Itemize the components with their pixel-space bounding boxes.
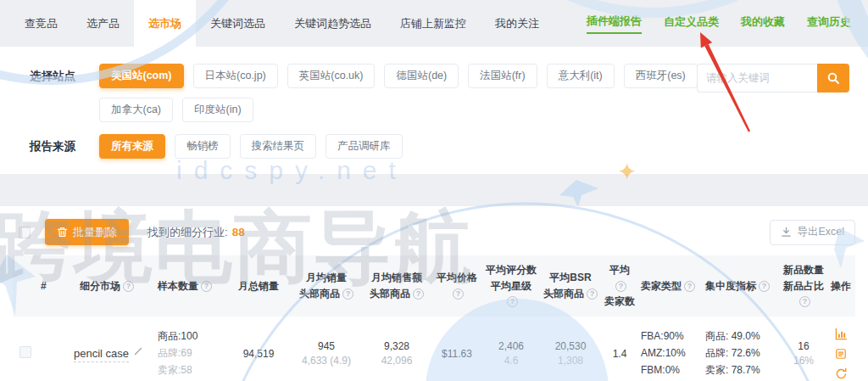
help-icon[interactable]: ? <box>507 296 518 307</box>
col-avg-bsr: 平均BSR头部商品? <box>540 255 601 317</box>
link-query-history[interactable]: 查询历史 <box>807 14 851 33</box>
row-checkbox[interactable] <box>19 346 31 358</box>
help-icon[interactable]: ? <box>342 289 353 300</box>
site-us[interactable]: 美国站(com) <box>99 64 184 88</box>
tab-keyword-select[interactable]: 关键词选品 <box>196 0 280 47</box>
site-es[interactable]: 西班牙(es) <box>624 64 698 88</box>
report-icon[interactable] <box>835 348 847 360</box>
table-toolbar: 批量删除 找到的细分行业:88 导出Excel <box>13 219 855 245</box>
site-de[interactable]: 德国站(de) <box>384 64 459 88</box>
actions-cell <box>826 317 855 381</box>
top-sales-cell: 945 4,633 (4.9) <box>291 317 362 381</box>
batch-delete-button[interactable]: 批量删除 <box>45 219 129 245</box>
refresh-icon[interactable] <box>835 367 848 380</box>
filter-panel: 选择站点 美国站(com) 日本站(co.jp) 英国站(co.uk) 德国站(… <box>0 47 868 174</box>
source-filter-row: 报告来源 所有来源 畅销榜 搜索结果页 产品调研库 <box>30 134 698 159</box>
col-avg-price: 平均价格? <box>431 255 482 317</box>
avg-bsr-cell: 20,530 1,308 <box>540 317 601 381</box>
tab-store-monitor[interactable]: 店铺上新监控 <box>386 0 481 47</box>
help-icon[interactable]: ? <box>123 281 134 292</box>
table-header-row: # 细分市场? 样本数量? 月总销量 月均销量头部商品? 月均销售额头部商品? … <box>13 255 855 317</box>
source-search-result[interactable]: 搜索结果页 <box>240 134 317 159</box>
top-revenue-cell: 9,328 42,096 <box>362 317 431 381</box>
market-link[interactable]: pencil case <box>74 347 129 362</box>
help-icon[interactable]: ? <box>453 289 464 300</box>
help-icon[interactable]: ? <box>615 281 626 292</box>
tab-my-follow[interactable]: 我的关注 <box>481 0 554 47</box>
col-seller-type: 卖家类型? <box>638 255 703 317</box>
new-products-cell: 16 16% <box>781 317 826 381</box>
col-actions: 操作 <box>826 255 855 317</box>
col-index: # <box>38 255 58 317</box>
batch-delete-label: 批量删除 <box>73 225 117 240</box>
search-input[interactable] <box>697 64 817 92</box>
search-button[interactable] <box>817 64 849 92</box>
tab-select-product[interactable]: 选产品 <box>72 0 134 47</box>
top-nav: 查竞品 选产品 选市场 关键词选品 关键词趋势选品 店铺上新监控 我的关注 插件… <box>0 0 868 47</box>
found-count-text: 找到的细分行业:88 <box>147 225 245 240</box>
site-label: 选择站点 <box>30 64 84 88</box>
source-research-lib[interactable]: 产品调研库 <box>326 134 403 159</box>
results-panel: 批量删除 找到的细分行业:88 导出Excel # 细分市场? <box>0 206 868 381</box>
export-excel-button[interactable]: 导出Excel <box>770 220 855 245</box>
tab-check-competitor[interactable]: 查竞品 <box>10 0 72 47</box>
source-label: 报告来源 <box>30 134 84 159</box>
avg-reviews-cell: 2,406 4.6 <box>482 317 540 381</box>
col-new-products: 新品数量新品占比? <box>781 255 826 317</box>
site-in[interactable]: 印度站(in) <box>182 98 253 122</box>
col-samples: 样本数量? <box>155 255 226 317</box>
download-icon <box>781 227 792 238</box>
market-table: # 细分市场? 样本数量? 月总销量 月均销量头部商品? 月均销售额头部商品? … <box>13 255 855 381</box>
samples-cell: 商品:100 品牌:69 卖家:58 <box>155 317 226 381</box>
trash-icon <box>57 227 68 238</box>
col-total-sales: 月总销量 <box>226 255 291 317</box>
site-buttons: 美国站(com) 日本站(co.jp) 英国站(co.uk) 德国站(de) 法… <box>99 64 698 122</box>
help-icon[interactable]: ? <box>201 281 212 292</box>
site-jp[interactable]: 日本站(co.jp) <box>193 64 278 88</box>
chart-icon[interactable] <box>835 328 848 340</box>
seller-type-cell: FBA:90% AMZ:10% FBM:0% <box>638 317 703 381</box>
help-icon[interactable]: ? <box>799 296 810 307</box>
site-filter-row: 选择站点 美国站(com) 日本站(co.jp) 英国站(co.uk) 德国站(… <box>30 64 698 122</box>
col-top-revenue: 月均销售额头部商品? <box>362 255 431 317</box>
nav-right-links: 插件端报告 自定义品类 我的收藏 查询历史 <box>587 0 868 47</box>
avg-price-cell: $11.63 <box>431 317 482 381</box>
site-uk[interactable]: 英国站(co.uk) <box>287 64 376 88</box>
site-it[interactable]: 意大利(it) <box>547 64 615 88</box>
col-market: 细分市场? <box>58 255 155 317</box>
tab-keyword-trend[interactable]: 关键词趋势选品 <box>280 0 386 47</box>
export-excel-label: 导出Excel <box>797 225 844 239</box>
keyword-search <box>697 64 849 92</box>
col-avg-reviews: 平均评分数平均星级? <box>482 255 540 317</box>
col-checkbox <box>13 255 38 317</box>
col-top-sales: 月均销量头部商品? <box>291 255 362 317</box>
search-icon <box>826 71 840 85</box>
col-avg-sellers: 平均?卖家数 <box>601 255 638 317</box>
help-icon[interactable]: ? <box>684 281 695 292</box>
source-all[interactable]: 所有来源 <box>99 134 165 159</box>
row-index-cell <box>38 317 58 381</box>
link-plugin-report[interactable]: 插件端报告 <box>587 14 642 34</box>
select-all-checkbox[interactable] <box>19 227 31 238</box>
plane-watermark <box>559 180 598 207</box>
help-icon[interactable]: ? <box>413 289 424 300</box>
total-sales-cell: 94,519 <box>226 317 291 381</box>
tab-select-market[interactable]: 选市场 <box>134 0 196 47</box>
table-row: pencil case 商品:100 品牌:69 卖家:58 94,519 94… <box>13 317 855 381</box>
avg-sellers-cell: 1.4 <box>601 317 638 381</box>
source-bestseller[interactable]: 畅销榜 <box>175 134 231 159</box>
market-cell: pencil case <box>58 317 155 381</box>
help-icon[interactable]: ? <box>759 281 770 292</box>
site-ca[interactable]: 加拿大(ca) <box>99 98 173 122</box>
concentration-cell: 商品: 49.0% 品牌: 72.6% 卖家: 78.7% <box>703 317 781 381</box>
source-buttons: 所有来源 畅销榜 搜索结果页 产品调研库 <box>99 134 403 159</box>
site-fr[interactable]: 法国站(fr) <box>468 64 537 88</box>
link-custom-category[interactable]: 自定义品类 <box>664 14 719 33</box>
col-concentration: 集中度指标? <box>703 255 781 317</box>
found-count-value: 88 <box>232 226 245 238</box>
edit-pencil-icon[interactable] <box>134 347 142 356</box>
link-my-favorites[interactable]: 我的收藏 <box>741 14 785 33</box>
help-icon[interactable]: ? <box>587 289 598 300</box>
